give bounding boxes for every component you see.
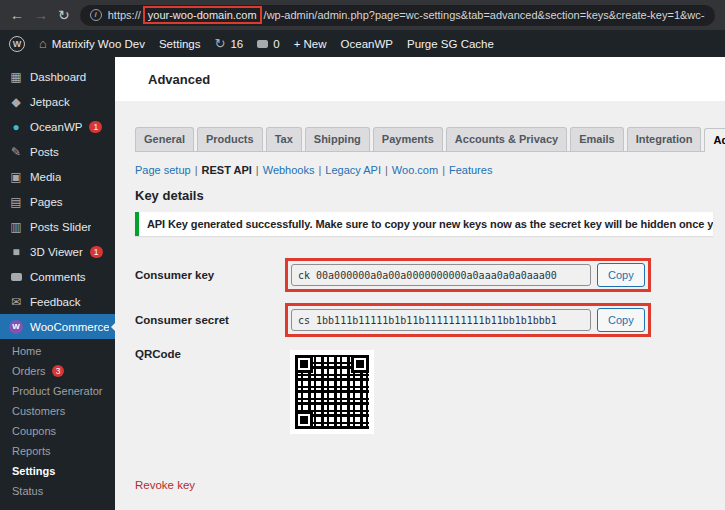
sidebar-item-posts-slider[interactable]: ▥ Posts Slider — [0, 214, 115, 239]
main-content: Advanced General Products Tax Shipping P… — [115, 57, 725, 510]
reload-icon[interactable]: ↻ — [58, 8, 70, 22]
subnav-separator: | — [318, 164, 321, 176]
screen: ← → ↻ i https://your-woo-domain.com/wp-a… — [0, 0, 725, 510]
sidebar-item-label: WooCommerce — [30, 321, 109, 333]
subnav-features[interactable]: Features — [449, 164, 492, 176]
submenu-label: Orders — [12, 365, 46, 377]
jetpack-icon: ◆ — [9, 96, 23, 108]
qrcode-row: QRCode — [135, 348, 715, 434]
submenu-item-settings[interactable]: Settings — [0, 461, 115, 481]
sidebar-item-label: OceanWP — [30, 121, 82, 133]
sidebar-item-label: Dashboard — [30, 71, 86, 83]
wordpress-logo-icon[interactable]: W — [9, 36, 25, 52]
tab-general[interactable]: General — [135, 127, 194, 151]
consumer-secret-row: Consumer secret Copy — [135, 303, 715, 337]
admin-bar-updates[interactable]: ↻ 16 — [215, 37, 244, 50]
sidebar-item-label: Pages — [30, 196, 63, 208]
admin-bar-site-name[interactable]: ⌂ Matrixify Woo Dev — [39, 37, 145, 50]
updates-icon: ↻ — [215, 37, 226, 50]
submenu-item-customers[interactable]: Customers — [0, 401, 115, 421]
sidebar-item-media[interactable]: ▣ Media — [0, 164, 115, 189]
admin-bar-purge-sg-cache[interactable]: Purge SG Cache — [407, 38, 494, 50]
admin-bar-settings[interactable]: Settings — [159, 38, 201, 50]
submenu-item-status[interactable]: Status — [0, 481, 115, 501]
submenu-item-coupons[interactable]: Coupons — [0, 421, 115, 441]
submenu-label: Settings — [12, 465, 55, 477]
admin-sidebar: ▦ Dashboard ◆ Jetpack ● OceanWP 1 ✎ Post… — [0, 57, 115, 510]
submenu-item-product-generator[interactable]: Product Generator — [0, 381, 115, 401]
submenu-item-orders[interactable]: Orders 3 — [0, 361, 115, 381]
settings-label: Settings — [159, 38, 201, 50]
submenu-label: Product Generator — [12, 385, 103, 397]
sidebar-item-oceanwp[interactable]: ● OceanWP 1 — [0, 114, 115, 139]
key-details-form: Consumer key Copy Consumer secret Copy — [135, 258, 715, 434]
tab-emails[interactable]: Emails — [570, 127, 623, 151]
notice-text: API Key generated successfully. Make sur… — [147, 218, 713, 230]
body-row: ▦ Dashboard ◆ Jetpack ● OceanWP 1 ✎ Post… — [0, 57, 725, 510]
sidebar-item-label: Posts — [30, 146, 59, 158]
sidebar-item-label: Comments — [30, 271, 86, 283]
sidebar-item-comments[interactable]: Comments — [0, 264, 115, 289]
tab-accounts-privacy[interactable]: Accounts & Privacy — [446, 127, 567, 151]
revoke-key-link[interactable]: Revoke key — [135, 479, 195, 491]
tab-products[interactable]: Products — [197, 127, 263, 151]
consumer-key-row: Consumer key Copy — [135, 258, 715, 292]
admin-bar-comments[interactable]: 0 — [257, 38, 279, 50]
oceanwp-icon: ● — [9, 121, 23, 133]
success-notice: API Key generated successfully. Make sur… — [135, 212, 713, 236]
sidebar-item-woocommerce[interactable]: W WooCommerce — [0, 314, 115, 339]
comments-icon — [257, 40, 268, 48]
forward-icon[interactable]: → — [34, 8, 48, 22]
sidebar-item-label: Jetpack — [30, 96, 70, 108]
new-label: + New — [294, 38, 327, 50]
admin-bar-oceanwp[interactable]: OceanWP — [341, 38, 393, 50]
sidebar-item-dashboard[interactable]: ▦ Dashboard — [0, 64, 115, 89]
copy-consumer-secret-button[interactable]: Copy — [597, 308, 645, 332]
submenu-label: Coupons — [12, 425, 56, 437]
sidebar-item-posts[interactable]: ✎ Posts — [0, 139, 115, 164]
subnav-woo-com[interactable]: Woo.com — [392, 164, 438, 176]
admin-bar-new[interactable]: + New — [294, 38, 327, 50]
subnav-webhooks[interactable]: Webhooks — [263, 164, 315, 176]
sidebar-item-label: Media — [30, 171, 61, 183]
back-icon[interactable]: ← — [10, 8, 24, 22]
sidebar-item-pages[interactable]: ▤ Pages — [0, 189, 115, 214]
tab-shipping[interactable]: Shipping — [305, 127, 370, 151]
sidebar-item-jetpack[interactable]: ◆ Jetpack — [0, 89, 115, 114]
submenu-label: Reports — [12, 445, 51, 457]
updates-count: 16 — [230, 38, 243, 50]
qrcode-label: QRCode — [135, 348, 285, 360]
copy-consumer-key-button[interactable]: Copy — [597, 263, 645, 287]
subnav-page-setup[interactable]: Page setup — [135, 164, 191, 176]
pages-icon: ▤ — [9, 196, 23, 208]
tab-tax[interactable]: Tax — [266, 127, 302, 151]
tab-integration[interactable]: Integration — [627, 127, 702, 151]
site-name-label: Matrixify Woo Dev — [52, 38, 145, 50]
submenu-label: Customers — [12, 405, 65, 417]
settings-content: General Products Tax Shipping Payments A… — [115, 101, 725, 493]
sidebar-item-3d-viewer[interactable]: ■ 3D Viewer 1 — [0, 239, 115, 264]
subnav-legacy-api[interactable]: Legacy API — [325, 164, 381, 176]
page-header: Advanced — [115, 57, 725, 101]
tab-advanced[interactable]: Advanced — [704, 128, 725, 152]
current-menu-arrow — [111, 323, 115, 331]
address-bar[interactable]: i https://your-woo-domain.com/wp-admin/a… — [80, 5, 715, 26]
sidebar-item-feedback[interactable]: ✉ Feedback — [0, 289, 115, 314]
orders-badge: 3 — [52, 365, 65, 377]
sidebar-item-label: Feedback — [30, 296, 81, 308]
submenu-item-home[interactable]: Home — [0, 341, 115, 361]
consumer-secret-annotation: Copy — [285, 303, 651, 337]
submenu-label: Status — [12, 485, 43, 497]
subnav-rest-api[interactable]: REST API — [202, 164, 252, 176]
subnav-separator: | — [195, 164, 198, 176]
feedback-icon: ✉ — [9, 296, 23, 308]
consumer-secret-input[interactable] — [291, 309, 591, 331]
consumer-key-input[interactable] — [291, 264, 591, 286]
subnav-separator: | — [385, 164, 388, 176]
tab-payments[interactable]: Payments — [373, 127, 443, 151]
subnav-separator: | — [442, 164, 445, 176]
media-icon: ▣ — [9, 171, 23, 183]
site-info-icon[interactable]: i — [90, 9, 102, 21]
submenu-item-reports[interactable]: Reports — [0, 441, 115, 461]
settings-tabs: General Products Tax Shipping Payments A… — [135, 127, 715, 152]
